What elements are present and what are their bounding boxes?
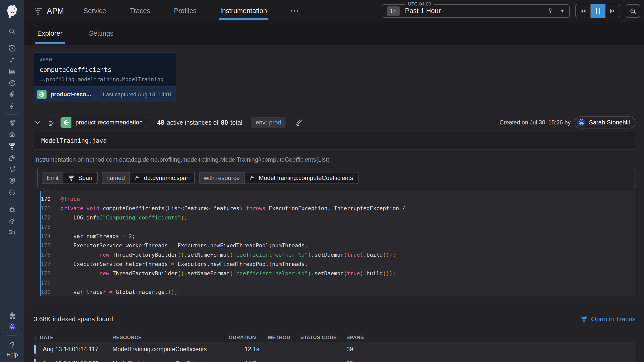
divider — [7, 201, 17, 201]
sidebar: ? Help — [0, 0, 24, 362]
indexed-spans-section: 3.68K indexed spans found Open in Traces… — [24, 305, 644, 362]
rum-icon[interactable] — [7, 215, 18, 227]
fast-forward-icon — [609, 8, 616, 14]
line-number: 179 — [41, 278, 60, 287]
file-name-header: ModelTraining.java — [34, 132, 635, 150]
open-in-traces-link[interactable]: Open in Traces — [580, 315, 635, 323]
datadog-app: ? Help APM ServiceTracesProfilesInstrum — [0, 0, 644, 362]
code-line-174: 174 var numThreads = 2; — [41, 232, 635, 241]
search-icon[interactable] — [7, 26, 18, 37]
help-icon: ? — [10, 340, 15, 350]
apm-icon[interactable] — [7, 140, 18, 152]
containers-icon[interactable] — [7, 117, 18, 129]
java-icon — [47, 118, 55, 126]
error-tracking-icon[interactable] — [7, 203, 18, 215]
history-icon[interactable] — [7, 42, 18, 54]
line-number: 170 — [41, 194, 60, 204]
cloud-cost-icon[interactable] — [7, 129, 18, 140]
ci-pipelines-icon[interactable] — [7, 163, 18, 175]
tab-settings[interactable]: Settings — [89, 22, 114, 45]
service-pill[interactable]: product-recommendation — [60, 117, 147, 128]
resource-control[interactable]: with resource ModelTraining.computeCoeff… — [199, 172, 358, 184]
user-avatar[interactable] — [7, 321, 18, 333]
code-line-171: 171private void computeCoefficients(List… — [41, 204, 635, 213]
last-captured-label: Last captured Aug 13, 14:01 — [103, 91, 172, 98]
traces-icon — [580, 315, 588, 323]
author-chip[interactable]: Sarah Stonehill — [575, 116, 635, 128]
apm-flame-graph-icon — [34, 7, 43, 16]
log-explorer-icon[interactable] — [7, 227, 18, 238]
more-tabs-button[interactable]: ••• — [291, 8, 300, 14]
column-header-resource: RESOURCE — [112, 335, 229, 340]
duration-cell: 12.1s — [229, 346, 268, 353]
code-text: new ThreadFactoryBuilder().setNameFormat… — [60, 250, 396, 259]
span-table-row[interactable]: Aug 13 14:01:10.009ModelTraining.compute… — [34, 356, 635, 362]
collapse-chevron-icon[interactable] — [34, 119, 41, 126]
span-table-row[interactable]: Aug 13 14:01:14.117ModelTraining.compute… — [34, 342, 635, 356]
emit-label: Emit — [42, 172, 63, 184]
zoom-out-button[interactable] — [626, 4, 640, 18]
line-number: 172 — [41, 213, 60, 222]
rewind-button[interactable] — [576, 4, 590, 18]
author-name: Sarah Stonehill — [589, 119, 630, 126]
bits-ai-icon[interactable] — [7, 54, 18, 66]
line-number: 174 — [41, 232, 60, 241]
security-icon[interactable] — [7, 175, 18, 187]
connector-line — [98, 178, 102, 178]
apm-brand[interactable]: APM — [34, 7, 64, 16]
tab-explorer[interactable]: Explorer — [37, 22, 63, 45]
created-info: Created on Jul 30, 15:26 by — [500, 116, 635, 128]
spans-found-count: 3.68K indexed spans found — [34, 315, 113, 323]
emit-type-value: Span — [78, 174, 92, 182]
line-number: 175 — [41, 241, 60, 250]
sidebar-bottom: ? Help — [0, 310, 24, 362]
span-card[interactable]: SPAN computeCoefficients ….profiling.mod… — [34, 52, 176, 102]
time-range-badge[interactable]: 1h — [387, 6, 400, 16]
watchdog-icon[interactable] — [7, 187, 18, 198]
sidebar-nav — [0, 22, 24, 238]
line-number: 173 — [41, 222, 60, 232]
rewind-icon — [580, 8, 586, 14]
active-instances-count: 48 — [157, 119, 164, 126]
spans-cell: 39 — [346, 360, 635, 362]
help-button[interactable]: ? Help — [7, 338, 18, 359]
synthetics-icon[interactable] — [7, 77, 18, 89]
nav-tab-instrumentation[interactable]: Instrumentation — [220, 0, 267, 22]
edit-pencil-icon[interactable] — [295, 119, 303, 126]
code-text: new ThreadFactoryBuilder().setNameFormat… — [60, 269, 396, 278]
resource-cell: ModelTraining.computeCoefficients — [112, 346, 229, 353]
env-tag[interactable]: env: prod — [251, 117, 285, 128]
chevron-down-icon[interactable]: ▼ — [560, 8, 565, 14]
total-instances-count: 80 — [221, 119, 228, 126]
line-number: 171 — [41, 204, 60, 213]
emit-type-control[interactable]: Emit Span — [42, 172, 98, 184]
fast-forward-button[interactable] — [605, 4, 620, 18]
page-content: SPAN computeCoefficients ….profiling.mod… — [24, 45, 644, 362]
time-range-picker[interactable]: UTC-04:00 1h Past 1 Hour ▼ — [382, 4, 570, 18]
secondary-tabbar: ExplorerSettings — [24, 22, 644, 45]
nav-tab-traces[interactable]: Traces — [130, 0, 150, 22]
events-icon[interactable] — [7, 100, 18, 112]
pause-button[interactable] — [590, 4, 605, 18]
span-name-control[interactable]: named dd.dynamic.span — [102, 172, 195, 184]
code-text: private void computeCoefficients(List<Fe… — [60, 204, 406, 213]
column-header-date[interactable]: ↓DATE — [34, 334, 112, 341]
service-header-row: product-recommendation 48 active instanc… — [34, 116, 635, 128]
date-cell: Aug 13 14:01:14.117 — [34, 345, 112, 354]
integrations-icon[interactable] — [7, 310, 18, 321]
nav-tab-service[interactable]: Service — [84, 0, 106, 22]
metrics-icon[interactable] — [7, 66, 18, 77]
service-map-icon[interactable] — [7, 152, 18, 163]
main-area: APM ServiceTracesProfilesInstrumentation… — [24, 0, 644, 362]
span-name-value: dd.dynamic.span — [144, 174, 189, 182]
infrastructure-icon[interactable] — [7, 89, 18, 100]
span-title: computeCoefficients — [39, 66, 171, 73]
nav-tab-profiles[interactable]: Profiles — [174, 0, 196, 22]
row-indicator-bar — [34, 359, 36, 362]
pin-icon[interactable] — [547, 8, 554, 14]
playback-controls — [575, 4, 620, 18]
code-text: LOG.info("Computing coefficients"); — [60, 213, 187, 222]
datadog-logo[interactable] — [0, 0, 24, 22]
env-value: prod — [269, 119, 281, 126]
help-label: Help — [7, 351, 18, 358]
